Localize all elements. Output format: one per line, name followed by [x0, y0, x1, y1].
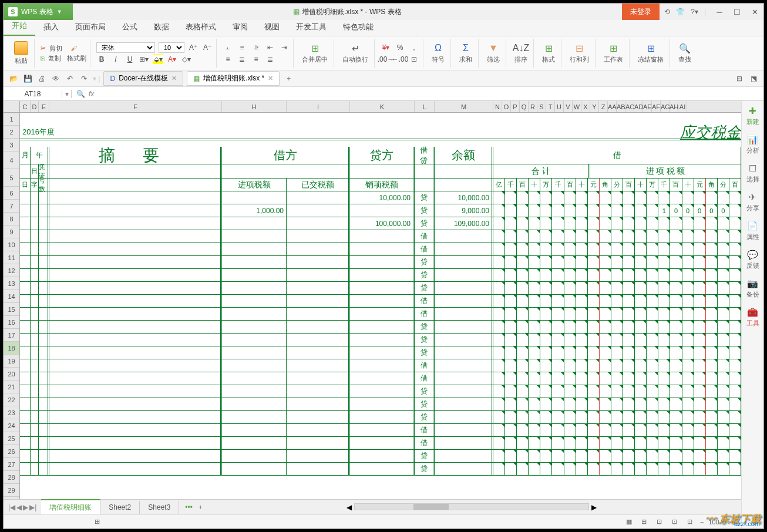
panel-props[interactable]: 📄属性 [746, 221, 759, 241]
name-box[interactable]: AT18 [4, 90, 62, 98]
panel-feedback[interactable]: 💬反馈 [746, 250, 759, 270]
next-sheet-icon[interactable]: ▶ [23, 503, 28, 511]
panel-new[interactable]: ✚新建 [746, 106, 759, 126]
name-box-dropdown[interactable]: ▾ [62, 90, 72, 98]
first-sheet-icon[interactable]: |◀ [8, 503, 15, 511]
filter-button[interactable]: ▼筛选 [485, 41, 502, 65]
zoom-out-button[interactable]: − [700, 518, 704, 526]
list-icon[interactable]: ⊟ [734, 73, 745, 84]
view4-icon[interactable]: ⊡ [670, 517, 680, 527]
column-headers[interactable]: CDEFHIKLMNOPQRSTUVWXYZAAABACADAEAFAGAHAI [4, 101, 741, 113]
pin-icon[interactable]: ⬔ [748, 73, 759, 84]
tab-formula[interactable]: 公式 [114, 18, 146, 36]
panel-select[interactable]: ☐选择 [746, 163, 759, 184]
tab-layout[interactable]: 页面布局 [67, 18, 114, 36]
tab-dev[interactable]: 开发工具 [288, 18, 335, 36]
tab-insert[interactable]: 插入 [35, 18, 67, 36]
sheet-tab-1[interactable]: 增值税明细账 [41, 499, 100, 515]
number-format-icon[interactable]: ⊡ [409, 54, 419, 65]
tab-special[interactable]: 特色功能 [335, 18, 382, 36]
panel-share[interactable]: ✈分享 [746, 192, 759, 213]
comma-icon[interactable]: , [409, 42, 419, 53]
wrap-button[interactable]: ↵自动换行 [340, 41, 371, 65]
sheet-view-icon[interactable]: ⊞ [92, 517, 102, 527]
sheet-tab-3[interactable]: Sheet3 [140, 501, 179, 514]
close-tab-icon[interactable]: ✕ [268, 75, 273, 82]
prev-sheet-icon[interactable]: ◀ [16, 503, 22, 511]
redo-icon[interactable]: ↷ [79, 73, 89, 84]
font-size-select[interactable]: 10 [159, 42, 184, 53]
view3-icon[interactable]: ⊡ [654, 517, 665, 527]
fill-color-button[interactable]: ⬙▾ [153, 54, 163, 65]
new-tab-button[interactable]: + [283, 75, 294, 83]
preview-icon[interactable]: 👁 [51, 73, 61, 84]
decrease-decimal-icon[interactable]: ←.00 [395, 54, 405, 65]
tab-review[interactable]: 审阅 [224, 18, 256, 36]
row-headers[interactable]: 1234567891011121314151617181920212223242… [4, 113, 20, 499]
currency-icon[interactable]: ¥▾ [381, 42, 391, 53]
page-view-icon[interactable]: ⊞ [639, 517, 650, 527]
sheet-options-icon[interactable]: ••• [179, 503, 199, 511]
tab-view[interactable]: 视图 [256, 18, 288, 36]
sync-icon[interactable]: ⟲ [664, 8, 670, 16]
sheet-tab-2[interactable]: Sheet2 [100, 501, 140, 514]
align-right-icon[interactable]: ≡ [251, 54, 261, 65]
scroll-left-icon[interactable]: ◀ [344, 503, 354, 511]
font-name-select[interactable]: 宋体 [96, 42, 155, 53]
tab-table-style[interactable]: 表格样式 [177, 18, 224, 36]
open-icon[interactable]: 📂 [8, 73, 19, 84]
underline-button[interactable]: U [125, 54, 135, 65]
doc-tab-current[interactable]: ▦增值税明细账.xlsx * ✕ [187, 71, 280, 86]
find-button[interactable]: 🔍查找 [676, 41, 694, 65]
app-menu-arrow[interactable]: ▼ [57, 9, 62, 15]
panel-analyze[interactable]: 📊分析 [746, 134, 759, 155]
percent-icon[interactable]: % [395, 42, 405, 53]
panel-tools[interactable]: 🧰工具 [746, 307, 759, 328]
horizontal-scrollbar[interactable] [354, 503, 589, 510]
last-sheet-icon[interactable]: ▶| [29, 503, 36, 511]
merge-button[interactable]: ⊞合并居中 [300, 41, 330, 65]
tab-start[interactable]: 开始 [4, 17, 35, 36]
save-icon[interactable]: 💾 [22, 73, 33, 84]
indent-right-icon[interactable]: ⇥ [279, 42, 290, 53]
cells-area[interactable]: 2016年度应交税金 月 年 摘 要 借方 贷方 借贷 余额 借 日 凭证 合 … [20, 113, 741, 499]
add-sheet-button[interactable]: + [199, 503, 203, 511]
login-button[interactable]: 未登录 [622, 4, 660, 20]
symbol-button[interactable]: Ω符号 [429, 41, 447, 65]
rowcol-button[interactable]: ⊟行和列 [567, 41, 591, 65]
clear-format-button[interactable]: ◇▾ [181, 54, 191, 65]
select-all-corner[interactable] [4, 101, 20, 112]
normal-view-icon[interactable]: ▦ [624, 517, 634, 527]
fx-search-icon[interactable]: 🔍 [76, 90, 85, 98]
format-button[interactable]: ⊞格式 [540, 41, 557, 65]
undo-icon[interactable]: ↶ [65, 73, 75, 84]
panel-backup[interactable]: 📷备份 [746, 278, 759, 299]
maximize-button[interactable]: ☐ [728, 4, 746, 20]
decrease-font-icon[interactable]: A⁻ [202, 42, 213, 53]
tab-data[interactable]: 数据 [146, 18, 177, 36]
view5-icon[interactable]: ⊡ [685, 517, 695, 527]
sum-button[interactable]: Σ求和 [457, 41, 475, 65]
border-button[interactable]: ⊞▾ [139, 54, 149, 65]
align-top-icon[interactable]: ⫠ [223, 42, 233, 53]
paste-button[interactable]: 粘贴 [12, 40, 31, 66]
doc-tab-templates[interactable]: DDocer-在线模板 ✕ [103, 71, 183, 86]
align-justify-icon[interactable]: ≣ [265, 54, 275, 65]
close-button[interactable]: ✕ [746, 4, 763, 20]
format-painter-icon[interactable]: 🖌 [70, 45, 77, 52]
worksheet-button[interactable]: ⊞工作表 [601, 41, 625, 65]
increase-font-icon[interactable]: A⁺ [188, 42, 199, 53]
align-bottom-icon[interactable]: ⫡ [251, 42, 261, 53]
fx-label[interactable]: fx [89, 90, 94, 98]
minimize-button[interactable]: ─ [711, 4, 728, 20]
freeze-button[interactable]: ⊞冻结窗格 [635, 41, 666, 65]
cut-icon[interactable]: ✂ [41, 45, 46, 52]
align-center-icon[interactable]: ≣ [237, 54, 247, 65]
sort-button[interactable]: A↓Z排序 [512, 41, 530, 65]
scroll-right-icon[interactable]: ▶ [589, 503, 599, 511]
align-middle-icon[interactable]: ≡ [237, 42, 247, 53]
align-left-icon[interactable]: ≡ [223, 54, 233, 65]
skin-icon[interactable]: 👕 [676, 8, 685, 16]
print-icon[interactable]: 🖨 [36, 73, 47, 84]
font-color-button[interactable]: A▾ [167, 54, 177, 65]
